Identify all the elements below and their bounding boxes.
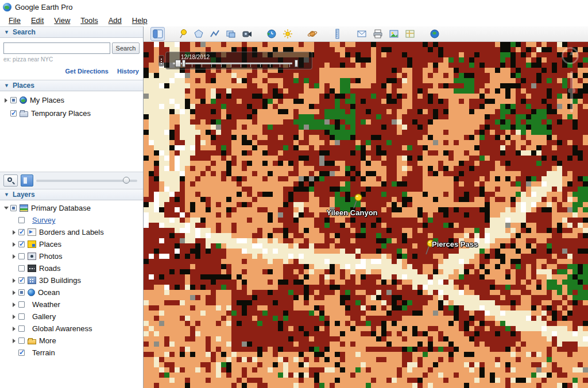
sidebar: Search Search ex: pizza near NYC Get Dir…: [0, 26, 144, 388]
planets-button[interactable]: [305, 27, 319, 41]
primary-db-icon: [20, 204, 28, 212]
time-slider-drag-handle[interactable]: [158, 55, 164, 67]
ruler-button[interactable]: [330, 27, 344, 41]
menu-view[interactable]: View: [49, 15, 75, 26]
checkbox[interactable]: [10, 205, 17, 211]
map-area: 12/18/2012 Yileen CanyonPierces Pass: [144, 26, 588, 388]
checkbox[interactable]: [18, 313, 25, 320]
label: Borders and Labels: [39, 228, 104, 236]
layers-item-weather[interactable]: Weather: [0, 298, 143, 311]
expand-arrow-icon[interactable]: [10, 339, 18, 343]
layers-item-gallery[interactable]: Gallery: [0, 311, 143, 323]
checkbox[interactable]: [18, 265, 25, 271]
layers-item-ocean[interactable]: Ocean: [0, 286, 143, 298]
menu-help[interactable]: Help: [127, 15, 153, 26]
layers-item-global-awareness[interactable]: Global Awareness: [0, 323, 143, 335]
label: My Places: [30, 96, 64, 104]
expand-arrow-icon[interactable]: [10, 302, 18, 307]
compass-ring[interactable]: [562, 47, 579, 64]
label: Temporary Places: [31, 109, 91, 118]
expand-arrow-icon[interactable]: [2, 207, 10, 209]
globe-button[interactable]: [427, 27, 442, 41]
time-range-end-handle[interactable]: [295, 60, 298, 67]
expand-arrow-icon[interactable]: [10, 254, 18, 259]
search-panel-header[interactable]: Search: [0, 26, 143, 38]
record-tour-button[interactable]: [239, 27, 254, 41]
layers-item-primary-database[interactable]: Primary Database: [0, 202, 143, 214]
temp-places-icon: [20, 111, 28, 117]
email-button[interactable]: [354, 27, 369, 41]
expand-arrow-icon[interactable]: [10, 230, 18, 235]
checkbox[interactable]: [10, 110, 17, 117]
globe-icon: [430, 29, 440, 39]
menu-file[interactable]: File: [3, 15, 26, 26]
view-in-maps-button[interactable]: [403, 27, 417, 41]
search-panel-title: Search: [13, 28, 36, 36]
photos-icon: [28, 253, 36, 260]
checkbox[interactable]: [18, 241, 25, 247]
add-image-overlay-button[interactable]: [223, 27, 238, 41]
layers-item-photos[interactable]: Photos: [0, 250, 143, 262]
layers-item-3d-buildings[interactable]: 3D Buildings: [0, 274, 143, 286]
label[interactable]: Survey: [32, 216, 55, 224]
title-bar: Google Earth Pro: [0, 0, 588, 14]
checkbox[interactable]: [18, 325, 25, 332]
places-panel-header[interactable]: Places: [0, 80, 143, 91]
opacity-button[interactable]: [21, 174, 33, 187]
time-range-start-handle[interactable]: [175, 60, 181, 67]
placemark-label: Pierces Pass: [432, 240, 478, 249]
none-icon: [28, 325, 29, 332]
checkbox[interactable]: [18, 301, 25, 308]
expand-arrow-icon[interactable]: [10, 327, 18, 331]
places-toolbar: [0, 172, 143, 189]
layers-item-more[interactable]: More: [0, 335, 143, 347]
layers-item-roads[interactable]: Roads: [0, 262, 143, 274]
checkbox[interactable]: [18, 350, 25, 356]
sidebar-toggle-button[interactable]: [150, 27, 165, 41]
menu-tools[interactable]: Tools: [75, 15, 103, 26]
opacity-slider[interactable]: [36, 180, 137, 182]
search-input[interactable]: [3, 42, 110, 54]
search-button[interactable]: Search: [112, 42, 140, 54]
time-slider[interactable]: 12/18/2012: [165, 52, 312, 69]
expand-arrow-icon[interactable]: [10, 315, 18, 319]
checkbox[interactable]: [18, 277, 25, 284]
expand-arrow-icon[interactable]: [10, 242, 18, 247]
checkbox[interactable]: [18, 229, 25, 235]
print-button[interactable]: [370, 27, 385, 41]
get-directions-link[interactable]: Get Directions: [65, 68, 109, 75]
checkbox[interactable]: [18, 217, 25, 223]
save-image-button[interactable]: [386, 27, 401, 41]
sunlight-button[interactable]: [280, 27, 295, 41]
slider-knob[interactable]: [123, 177, 130, 184]
expand-arrow-icon[interactable]: [2, 98, 10, 103]
checkbox[interactable]: [10, 97, 17, 103]
menu-add[interactable]: Add: [103, 15, 127, 26]
add-placemark-button[interactable]: [175, 27, 189, 41]
label: 3D Buildings: [39, 276, 81, 285]
places-item-temporary-places[interactable]: Temporary Places: [0, 107, 143, 120]
menu-edit[interactable]: Edit: [26, 15, 49, 26]
checkbox[interactable]: [18, 289, 25, 296]
search-places-button[interactable]: [3, 174, 18, 187]
layers-item-borders-and-labels[interactable]: Borders and Labels: [0, 226, 143, 238]
expand-arrow-icon[interactable]: [10, 278, 18, 283]
add-image-overlay-icon: [226, 29, 236, 39]
menu-bar: FileEditViewToolsAddHelp: [0, 14, 588, 26]
places-tree: My PlacesTemporary Places: [0, 91, 143, 172]
add-path-button[interactable]: [207, 27, 222, 41]
places-item-my-places[interactable]: My Places: [0, 94, 143, 107]
layers-item-survey[interactable]: Survey: [0, 214, 143, 226]
expand-arrow-icon[interactable]: [10, 290, 18, 295]
add-polygon-button[interactable]: [191, 27, 206, 41]
time-playhead-handle[interactable]: [182, 60, 185, 67]
history-link[interactable]: History: [117, 68, 139, 75]
layers-item-terrain[interactable]: Terrain: [0, 347, 143, 359]
navigation-controls[interactable]: [562, 47, 581, 112]
historical-imagery-button[interactable]: [264, 27, 278, 41]
checkbox[interactable]: [18, 253, 25, 259]
zoom-slider[interactable]: [570, 71, 573, 112]
checkbox[interactable]: [18, 337, 25, 344]
layers-item-places[interactable]: Places: [0, 238, 143, 250]
layers-panel-header[interactable]: Layers: [0, 189, 143, 200]
